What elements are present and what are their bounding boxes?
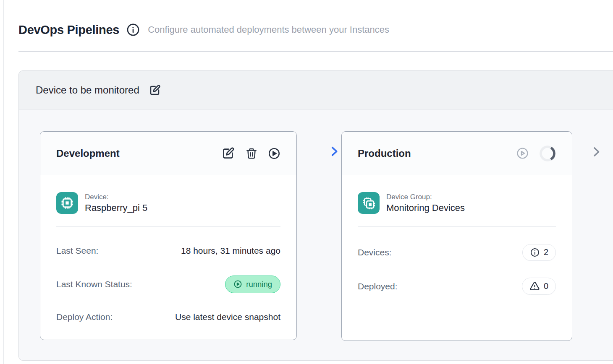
deploy-action-label: Deploy Action: <box>56 312 113 322</box>
device-row: Device: Raspberry_pi 5 <box>56 192 280 214</box>
development-card-header: Development <box>40 132 296 175</box>
deploy-action-value: Use latest device snapshot <box>175 312 280 322</box>
devices-count: 2 <box>544 247 548 257</box>
page-header: DevOps Pipelines Configure automated dep… <box>18 23 389 37</box>
last-seen-value: 18 hours, 31 minutes ago <box>181 246 280 256</box>
pipeline-name: Device to be monitored <box>36 84 139 96</box>
devices-label: Devices: <box>358 247 392 257</box>
device-group-row: Device Group: Monitoring Devices <box>358 192 556 214</box>
run-icon[interactable] <box>268 147 280 160</box>
device-group-info: Device Group: Monitoring Devices <box>386 192 465 214</box>
deployed-count-pill[interactable]: 0 <box>522 278 556 295</box>
run-icon-disabled[interactable] <box>516 147 529 160</box>
warning-badge-icon <box>529 281 540 291</box>
devices-row: Devices: 2 <box>358 243 556 262</box>
development-card: Development <box>40 131 297 340</box>
page-subtitle: Configure automated deployments between … <box>148 24 389 35</box>
header-rule <box>18 51 613 52</box>
deployed-label: Deployed: <box>358 281 398 291</box>
running-play-icon <box>233 280 242 289</box>
next-stage-chevron-icon[interactable] <box>589 145 603 159</box>
device-info: Device: Raspberry_pi 5 <box>85 192 147 214</box>
development-card-body: Device: Raspberry_pi 5 Last Seen: 18 hou… <box>40 175 296 326</box>
last-seen-label: Last Seen: <box>56 246 98 256</box>
development-title: Development <box>56 148 120 159</box>
production-title: Production <box>358 148 411 159</box>
device-label: Device: <box>85 192 147 202</box>
device-chip-icon <box>56 192 78 214</box>
status-badge: running <box>225 276 280 293</box>
production-actions <box>516 145 556 162</box>
divider <box>358 226 556 227</box>
device-group-label: Device Group: <box>386 192 465 202</box>
status-row: Last Known Status: running <box>56 275 280 294</box>
status-badge-label: running <box>246 280 272 289</box>
last-seen-row: Last Seen: 18 hours, 31 minutes ago <box>56 242 280 260</box>
info-badge-icon <box>530 247 540 257</box>
devices-count-pill[interactable]: 2 <box>522 244 556 261</box>
production-card-header: Production <box>342 132 572 175</box>
edit-icon[interactable] <box>221 146 235 160</box>
deploy-action-row: Deploy Action: Use latest device snapsho… <box>56 308 280 326</box>
development-actions <box>221 146 280 160</box>
loading-spinner <box>539 145 556 162</box>
device-group-name: Monitoring Devices <box>386 202 465 214</box>
deployed-count: 0 <box>544 281 548 291</box>
device-group-chip-icon <box>358 192 380 214</box>
divider <box>56 226 280 227</box>
info-icon[interactable] <box>126 23 140 37</box>
deployed-row: Deployed: 0 <box>358 277 556 296</box>
flow-chevron-icon <box>327 144 341 159</box>
layout-divider <box>3 0 4 364</box>
edit-pipeline-icon[interactable] <box>149 84 161 96</box>
pipeline-panel-header: Device to be monitored <box>19 71 613 109</box>
production-card-body: Device Group: Monitoring Devices Devices… <box>342 175 572 296</box>
pipeline-panel: Device to be monitored Development <box>18 70 613 361</box>
delete-icon[interactable] <box>245 147 258 160</box>
page-title: DevOps Pipelines <box>18 23 119 37</box>
device-name: Raspberry_pi 5 <box>85 202 147 214</box>
production-card: Production <box>341 131 572 341</box>
status-label: Last Known Status: <box>56 279 132 289</box>
